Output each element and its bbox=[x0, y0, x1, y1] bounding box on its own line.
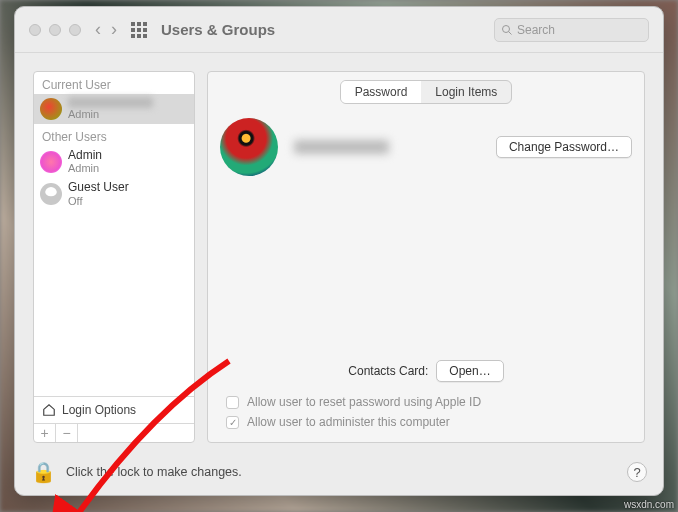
help-button[interactable]: ? bbox=[627, 462, 647, 482]
reset-password-checkbox[interactable] bbox=[226, 396, 239, 409]
forward-button[interactable]: › bbox=[111, 19, 117, 40]
sidebar-item-admin[interactable]: Admin Admin bbox=[34, 146, 194, 178]
tab-password[interactable]: Password bbox=[341, 81, 422, 103]
svg-point-0 bbox=[503, 25, 510, 32]
change-password-button[interactable]: Change Password… bbox=[496, 136, 632, 158]
tab-login-items[interactable]: Login Items bbox=[421, 81, 511, 103]
current-user-name bbox=[68, 97, 153, 108]
close-icon[interactable] bbox=[29, 24, 41, 36]
avatar-icon bbox=[40, 183, 62, 205]
current-user-label: Current User bbox=[34, 72, 194, 94]
window-title: Users & Groups bbox=[161, 21, 275, 38]
search-field[interactable]: Search bbox=[494, 18, 649, 42]
add-user-button[interactable]: + bbox=[34, 424, 56, 442]
user-role: Admin bbox=[68, 162, 102, 175]
reset-password-label: Allow user to reset password using Apple… bbox=[247, 395, 481, 409]
back-button[interactable]: ‹ bbox=[95, 19, 101, 40]
titlebar: ‹ › Users & Groups Search bbox=[15, 7, 663, 53]
preferences-window: ‹ › Users & Groups Search Current User A… bbox=[14, 6, 664, 496]
main-panel: Password Login Items Change Password… Co… bbox=[207, 71, 645, 443]
lock-icon[interactable]: 🔒 bbox=[31, 460, 56, 484]
avatar-icon bbox=[40, 151, 62, 173]
administer-checkbox[interactable] bbox=[226, 416, 239, 429]
administer-label: Allow user to administer this computer bbox=[247, 415, 450, 429]
nav-arrows: ‹ › bbox=[95, 19, 117, 40]
search-icon bbox=[501, 24, 513, 36]
zoom-icon[interactable] bbox=[69, 24, 81, 36]
user-role: Off bbox=[68, 195, 129, 208]
user-sidebar: Current User Admin Other Users Admin Adm… bbox=[33, 71, 195, 443]
user-full-name bbox=[294, 140, 389, 154]
open-contacts-button[interactable]: Open… bbox=[436, 360, 503, 382]
minimize-icon[interactable] bbox=[49, 24, 61, 36]
search-placeholder: Search bbox=[517, 23, 555, 37]
contacts-card-label: Contacts Card: bbox=[348, 364, 428, 378]
footer: 🔒 Click the lock to make changes. ? bbox=[15, 449, 663, 495]
svg-line-1 bbox=[509, 31, 512, 34]
sidebar-item-guest[interactable]: Guest User Off bbox=[34, 178, 194, 210]
user-name: Admin bbox=[68, 149, 102, 163]
other-users-label: Other Users bbox=[34, 124, 194, 146]
window-controls bbox=[29, 24, 81, 36]
login-options-button[interactable]: Login Options bbox=[34, 396, 194, 423]
add-remove-bar: + − bbox=[34, 423, 194, 442]
current-user-role: Admin bbox=[68, 108, 153, 121]
watermark: wsxdn.com bbox=[624, 499, 674, 510]
lock-hint-text: Click the lock to make changes. bbox=[66, 465, 242, 479]
tab-group: Password Login Items bbox=[340, 80, 513, 104]
house-icon bbox=[42, 403, 56, 417]
user-avatar-large[interactable] bbox=[220, 118, 278, 176]
remove-user-button[interactable]: − bbox=[56, 424, 78, 442]
show-all-icon[interactable] bbox=[131, 22, 147, 38]
avatar-icon bbox=[40, 98, 62, 120]
user-name: Guest User bbox=[68, 181, 129, 195]
sidebar-item-current-user[interactable]: Admin bbox=[34, 94, 194, 124]
